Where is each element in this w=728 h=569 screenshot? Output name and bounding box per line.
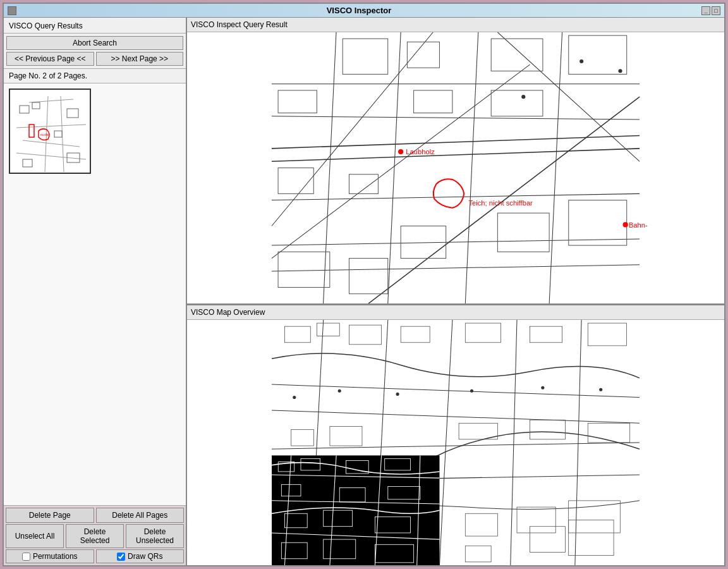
svg-text:nicht: nicht (40, 133, 49, 137)
delete-selected-button[interactable]: Delete Selected (66, 524, 124, 548)
svg-point-49 (623, 222, 628, 227)
unselect-all-button[interactable]: Unselect All (6, 524, 64, 548)
svg-point-47 (521, 95, 525, 99)
teich-label: Teich; nicht schiffbar (468, 199, 533, 207)
svg-point-48 (398, 149, 403, 154)
svg-point-96 (293, 396, 296, 399)
delete-all-pages-button[interactable]: Delete All Pages (96, 508, 185, 523)
overview-map-canvas (187, 320, 724, 565)
draw-qrs-checkbox-cell[interactable]: Draw QRs (96, 549, 185, 563)
results-area: nicht (4, 83, 186, 505)
overview-map-header: VISCO Map Overview (187, 305, 724, 320)
title-bar: VISCO Inspector _ □ (4, 4, 724, 18)
page-info: Page No. 2 of 2 Pages. (4, 69, 186, 83)
svg-point-97 (338, 389, 341, 393)
svg-rect-15 (272, 32, 640, 303)
prev-page-button[interactable]: << Previous Page << (6, 52, 94, 66)
result-thumbnail[interactable]: nicht (9, 89, 91, 174)
svg-point-99 (470, 389, 473, 393)
minimize-button[interactable]: _ (701, 6, 710, 15)
svg-point-46 (618, 69, 622, 73)
abort-search-button[interactable]: Abort Search (6, 36, 183, 50)
delete-page-button[interactable]: Delete Page (6, 508, 94, 523)
inspect-map-canvas: Laubholz Teich; nicht schiffbar Bahn- (187, 32, 724, 303)
delete-unselected-button[interactable]: Delete Unselected (126, 524, 184, 548)
svg-point-45 (579, 59, 583, 63)
bahn-label: Bahn- (629, 221, 648, 229)
svg-point-98 (396, 393, 399, 396)
draw-qrs-checkbox[interactable] (117, 553, 125, 561)
svg-point-100 (541, 386, 544, 389)
permutations-checkbox-cell[interactable]: Permutations (6, 549, 94, 563)
window-title: VISCO Inspector (327, 6, 392, 15)
window-controls[interactable]: _ □ (701, 6, 720, 15)
next-page-button[interactable]: >> Next Page >> (96, 52, 184, 66)
svg-rect-0 (10, 90, 91, 174)
draw-qrs-label: Draw QRs (128, 552, 162, 561)
svg-point-101 (599, 388, 602, 391)
laubholz-label: Laubholz (406, 148, 435, 156)
window-icon (8, 6, 16, 15)
permutations-label: Permutations (33, 552, 78, 561)
maximize-button[interactable]: □ (712, 6, 720, 15)
left-panel-header: VISCO Query Results (4, 18, 186, 34)
inspect-map-header: VISCO Inspect Query Result (187, 18, 724, 32)
permutations-checkbox[interactable] (22, 553, 30, 561)
